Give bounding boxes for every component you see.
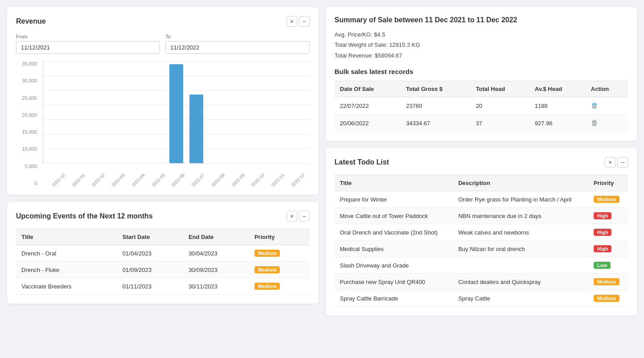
- upcoming-events-header-row: Title Start Date End Date Priority: [16, 229, 310, 245]
- table-cell: 23760: [401, 97, 471, 115]
- table-cell: Buy Nilzan for oral drench: [453, 241, 588, 257]
- table-row: Move Cattle out of Tower PaddockNBN main…: [335, 208, 628, 224]
- upcoming-events-header: Upcoming Events of the Next 12 months × …: [16, 211, 310, 222]
- priority-badge: Medium: [254, 250, 280, 257]
- upcoming-events-tbody: Drench - Oral01/04/202330/04/2023MediumD…: [16, 245, 310, 295]
- priority-badge: Medium: [594, 278, 619, 285]
- bar-col: [127, 61, 147, 163]
- table-cell: 30/09/2023: [183, 262, 249, 278]
- revenue-minimize-button[interactable]: −: [299, 16, 310, 27]
- bar-col: [86, 61, 107, 163]
- todo-col-description: Description: [453, 175, 588, 191]
- summary-title: Summary of Sale between 11 Dec 2021 to 1…: [335, 16, 628, 24]
- priority-cell: High: [588, 224, 628, 241]
- priority-badge: Medium: [594, 295, 619, 302]
- upcoming-events-controls: × −: [287, 211, 310, 222]
- priority-cell: Medium: [249, 262, 310, 278]
- bar-col: [246, 61, 266, 163]
- to-label: To: [165, 34, 309, 39]
- x-label: 2022-05: [149, 171, 167, 189]
- priority-cell: High: [588, 208, 628, 224]
- upcoming-close-button[interactable]: ×: [287, 211, 297, 222]
- priority-cell: Medium: [588, 274, 628, 290]
- todo-title: Latest Todo List: [335, 158, 389, 166]
- grid-line: [43, 163, 310, 164]
- revenue-controls: × −: [287, 16, 310, 27]
- from-date-group: From: [16, 34, 160, 54]
- bar-col: [107, 61, 127, 163]
- bar-col: [147, 61, 167, 163]
- table-row: Drench - Oral01/04/202330/04/2023Medium: [16, 245, 310, 262]
- table-cell: 01/04/2023: [117, 245, 183, 262]
- bulk-sales-thead: Date Of Sale Total Gross $ Total Head Av…: [335, 81, 628, 97]
- table-cell: Spray Cattle: [453, 290, 588, 307]
- priority-cell: Medium: [249, 278, 310, 295]
- table-row: Oral Drench and Vaccinate (2nd Shot)Weak…: [335, 224, 628, 241]
- table-cell: [453, 257, 588, 274]
- table-cell: Prepare for Winter: [335, 191, 453, 208]
- bar-col: [206, 61, 226, 163]
- x-label: 2022-06: [169, 171, 187, 189]
- table-cell: Weak calves and newborns: [453, 224, 588, 241]
- bar: [189, 95, 203, 163]
- revenue-close-button[interactable]: ×: [287, 16, 297, 27]
- priority-cell: Medium: [588, 191, 628, 208]
- y-label: 5,000: [16, 164, 37, 169]
- table-cell: 34334.67: [401, 115, 471, 132]
- bar-col: [226, 61, 246, 163]
- table-row: Vaccinate Breeders01/11/202330/11/2023Me…: [16, 278, 310, 295]
- delete-icon[interactable]: 🗑: [591, 102, 598, 109]
- avg-price-label: Avg. Price/KG:: [335, 31, 373, 38]
- revenue-card: Revenue × − From To 3: [7, 7, 319, 195]
- todo-header-row: Title Description Priority: [335, 175, 628, 191]
- from-date-input[interactable]: [16, 41, 160, 54]
- to-date-group: To: [165, 34, 309, 54]
- todo-col-title: Title: [335, 175, 453, 191]
- to-date-input[interactable]: [165, 41, 309, 54]
- total-weight-row: Total Weight of Sale: 12915.3 KG: [335, 40, 628, 50]
- priority-cell: Medium: [588, 290, 628, 307]
- table-cell: Spray Cattle Barricade: [335, 290, 453, 307]
- bar-col: [186, 61, 206, 163]
- table-cell: 1188: [529, 97, 586, 115]
- todo-minimize-button[interactable]: −: [617, 157, 628, 168]
- table-cell: 30/04/2023: [183, 245, 249, 262]
- y-axis: 35,00030,00025,00020,00015,00010,0005,00…: [16, 61, 41, 186]
- table-cell: 01/11/2023: [117, 278, 183, 295]
- priority-badge: Medium: [594, 196, 619, 203]
- table-row: 20/06/202234334.6737927.96🗑: [335, 115, 628, 132]
- delete-icon[interactable]: 🗑: [591, 119, 598, 127]
- bar-col: [166, 61, 186, 163]
- todo-card: Latest Todo List × − Title Description P…: [326, 148, 637, 316]
- bar-col: [286, 61, 306, 163]
- bar-col: [67, 61, 87, 163]
- bulk-sales-title: Bulk sales latest records: [335, 68, 628, 75]
- upcoming-events-thead: Title Start Date End Date Priority: [16, 229, 310, 245]
- table-cell: 37: [471, 115, 529, 132]
- todo-card-header: Latest Todo List × −: [335, 157, 628, 168]
- table-cell: Order Rye grass for Planting in March / …: [453, 191, 588, 208]
- todo-close-button[interactable]: ×: [605, 157, 615, 168]
- todo-tbody: Prepare for WinterOrder Rye grass for Pl…: [335, 191, 628, 307]
- table-cell: Purchase new Spray Unit QR400: [335, 274, 453, 290]
- todo-thead: Title Description Priority: [335, 175, 628, 191]
- from-label: From: [16, 34, 160, 39]
- bulk-sales-tbody: 22/07/202223760201188🗑20/06/202234334.67…: [335, 97, 628, 132]
- table-cell: 20/06/2022: [335, 115, 401, 132]
- y-label: 10,000: [16, 146, 37, 152]
- y-label: 30,000: [16, 78, 37, 83]
- y-label: 35,000: [16, 61, 37, 66]
- priority-badge: High: [594, 212, 611, 219]
- bulk-sales-table: Date Of Sale Total Gross $ Total Head Av…: [335, 81, 628, 132]
- total-revenue-value: $58094.67: [375, 52, 402, 59]
- priority-badge: High: [594, 245, 611, 252]
- todo-col-priority: Priority: [588, 175, 628, 191]
- table-cell: 30/11/2023: [183, 278, 249, 295]
- todo-table: Title Description Priority Prepare for W…: [335, 175, 628, 307]
- revenue-title: Revenue: [16, 17, 46, 25]
- upcoming-minimize-button[interactable]: −: [299, 211, 310, 222]
- table-row: Spray Cattle BarricadeSpray CattleMedium: [335, 290, 628, 307]
- table-cell: Drench - Fluke: [16, 262, 117, 278]
- avg-price-value: $4.5: [374, 31, 385, 38]
- total-revenue-label: Total Revenue:: [335, 52, 373, 59]
